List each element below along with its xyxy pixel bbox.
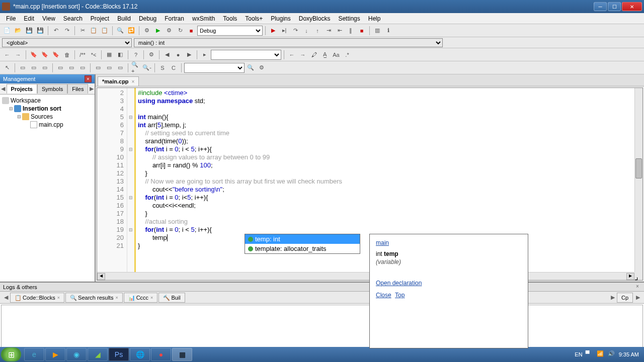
logs-tab-cp[interactable]: Cp bbox=[617, 293, 633, 303]
fold-column[interactable]: ⊟⊟⊟⊟ bbox=[127, 88, 134, 280]
autocomplete-item[interactable]: template: allocator_traits bbox=[245, 244, 360, 253]
start-button[interactable]: ⊞ bbox=[1, 347, 21, 361]
bookmark-prev-icon[interactable]: 🔖 bbox=[40, 50, 50, 60]
for-icon[interactable]: ▭ bbox=[55, 63, 65, 73]
run-icon[interactable]: ▶ bbox=[153, 26, 163, 36]
management-close-button[interactable]: × bbox=[85, 75, 92, 82]
window-maximize-button[interactable]: ☐ bbox=[608, 2, 621, 11]
bookmark-toggle-icon[interactable]: 🔖 bbox=[29, 50, 39, 60]
window-close-button[interactable]: ✕ bbox=[622, 2, 642, 11]
menu-doxyblocks[interactable]: DoxyBlocks bbox=[295, 14, 335, 23]
copy-icon[interactable]: 📋 bbox=[89, 26, 99, 36]
undo-icon[interactable]: ↶ bbox=[51, 26, 61, 36]
menu-build[interactable]: Build bbox=[113, 14, 135, 23]
build-run-icon[interactable]: ⚙ bbox=[164, 26, 174, 36]
cut-icon[interactable]: ✂ bbox=[77, 26, 88, 36]
if-icon[interactable]: ▭ bbox=[93, 63, 103, 73]
debug-next-instr-icon[interactable]: ⇥ bbox=[324, 26, 334, 36]
logs-tab-build[interactable]: 🔨Buil bbox=[158, 293, 185, 303]
do-icon[interactable]: ▭ bbox=[77, 63, 88, 73]
src-icon[interactable]: S bbox=[157, 63, 168, 73]
taskbar-ie-icon[interactable]: e bbox=[24, 348, 44, 361]
search-combo[interactable] bbox=[184, 63, 245, 73]
debug-start-icon[interactable]: ▶ bbox=[268, 26, 278, 36]
text-icon-aa[interactable]: Aa bbox=[331, 50, 341, 60]
build-icon[interactable]: ⚙ bbox=[142, 26, 152, 36]
autocomplete-item[interactable]: temp: int bbox=[245, 234, 360, 244]
tray-lang[interactable]: EN bbox=[575, 351, 582, 357]
find-icon[interactable]: 🔍 bbox=[115, 26, 125, 36]
bookmark-next-icon[interactable]: 🔖 bbox=[51, 50, 61, 60]
new-file-icon[interactable]: 📄 bbox=[2, 26, 12, 36]
taskbar-codeblocks-icon[interactable]: ▦ bbox=[172, 348, 192, 361]
window-minimize-button[interactable]: ─ bbox=[594, 2, 607, 11]
mgmt-tab-files[interactable]: Files bbox=[67, 84, 88, 94]
logs-tab-next[interactable]: ▶ bbox=[609, 294, 617, 301]
rebuild-icon[interactable]: ↻ bbox=[175, 26, 185, 36]
taskbar-chrome-icon[interactable]: 🌐 bbox=[130, 348, 150, 361]
debug-next-icon[interactable]: ↷ bbox=[290, 26, 300, 36]
highlight-icon[interactable]: 🖍 bbox=[309, 50, 319, 60]
jump-here-icon[interactable]: ● bbox=[173, 50, 183, 60]
taskbar-photoshop-icon[interactable]: Ps bbox=[109, 348, 129, 361]
menu-tools+[interactable]: Tools+ bbox=[241, 14, 267, 23]
jump-frame-icon[interactable]: ▸ bbox=[200, 50, 210, 60]
debug-run-cursor-icon[interactable]: ▸| bbox=[279, 26, 289, 36]
block-icon[interactable]: ▭ bbox=[104, 63, 114, 73]
mgmt-tab-prev[interactable]: ◀ bbox=[0, 85, 7, 92]
taskbar-app1-icon[interactable]: ◉ bbox=[66, 348, 87, 361]
logs-close-button[interactable]: × bbox=[634, 284, 641, 291]
open-file-icon[interactable]: 📂 bbox=[13, 26, 23, 36]
taskbar-record-icon[interactable]: ● bbox=[151, 348, 171, 361]
build-target-select[interactable]: Debug bbox=[197, 26, 263, 36]
tray-flag-icon[interactable]: ▀ bbox=[586, 350, 594, 358]
nav-back-icon[interactable]: ← bbox=[2, 50, 12, 60]
paste-icon[interactable]: 📋 bbox=[100, 26, 110, 36]
tray-network-icon[interactable]: 📶 bbox=[597, 350, 605, 358]
highlight-next-icon[interactable]: → bbox=[298, 50, 308, 60]
doxy-block-icon[interactable]: *< bbox=[89, 50, 99, 60]
break-icon[interactable]: ▭ bbox=[18, 63, 28, 73]
menu-edit[interactable]: Edit bbox=[20, 14, 38, 23]
menu-file[interactable]: File bbox=[2, 14, 20, 23]
mgmt-tab-projects[interactable]: Projects bbox=[7, 84, 37, 94]
search-go-icon[interactable]: 🔍 bbox=[246, 63, 256, 73]
nav-forward-icon[interactable]: → bbox=[13, 50, 23, 60]
menu-project[interactable]: Project bbox=[87, 14, 113, 23]
logs-tab-prev[interactable]: ◀ bbox=[2, 294, 10, 301]
bookmark-clear-icon[interactable]: 🗑 bbox=[62, 50, 72, 60]
menu-fortran[interactable]: Fortran bbox=[160, 14, 188, 23]
tooltip-open-declaration-link[interactable]: Open declaration bbox=[376, 280, 422, 287]
editor-vertical-scrollbar[interactable] bbox=[634, 88, 642, 272]
taskbar-app2-icon[interactable]: ◢ bbox=[88, 348, 108, 361]
debug-break-icon[interactable]: ‖ bbox=[346, 26, 356, 36]
tooltip-close-link[interactable]: Close bbox=[376, 292, 391, 299]
text-icon-a[interactable]: A̲ bbox=[320, 50, 330, 60]
tray-volume-icon[interactable]: 🔊 bbox=[608, 350, 616, 358]
editor-horizontal-scrollbar[interactable]: ◀▶ bbox=[97, 272, 634, 280]
jump-fwd-icon[interactable]: ▶ bbox=[184, 50, 194, 60]
regex-icon[interactable]: .* bbox=[342, 50, 352, 60]
editor-tab-close-icon[interactable]: × bbox=[132, 79, 135, 84]
scope-global-select[interactable]: <global> bbox=[2, 38, 132, 47]
tooltip-scope-link[interactable]: main bbox=[376, 239, 389, 246]
save-icon[interactable]: 💾 bbox=[24, 26, 34, 36]
replace-icon[interactable]: 🔁 bbox=[126, 26, 136, 36]
debug-step-out-icon[interactable]: ↑ bbox=[312, 26, 323, 36]
editor-tab-main[interactable]: *main.cpp × bbox=[98, 76, 139, 86]
redo-icon[interactable]: ↷ bbox=[62, 26, 72, 36]
menu-help[interactable]: Help bbox=[364, 14, 385, 23]
jump-select[interactable] bbox=[211, 50, 281, 60]
return-icon[interactable]: ▭ bbox=[40, 63, 50, 73]
jump-back-icon[interactable]: ◀ bbox=[162, 50, 172, 60]
doxy-html-icon[interactable]: ◧ bbox=[115, 50, 125, 60]
save-all-icon[interactable]: 💾 bbox=[35, 26, 45, 36]
counting-loop-icon[interactable]: ▭ bbox=[115, 63, 125, 73]
logs-tab-search[interactable]: 🔍Search results× bbox=[65, 293, 123, 303]
menu-search[interactable]: Search bbox=[59, 14, 87, 23]
menu-settings[interactable]: Settings bbox=[334, 14, 364, 23]
menu-tools[interactable]: Tools bbox=[219, 14, 241, 23]
logs-tab-codeblocks[interactable]: 📋Code::Blocks× bbox=[10, 293, 64, 303]
search-opts-icon[interactable]: ⚙ bbox=[257, 63, 267, 73]
zoom-out-icon[interactable]: 🔍- bbox=[142, 63, 152, 73]
